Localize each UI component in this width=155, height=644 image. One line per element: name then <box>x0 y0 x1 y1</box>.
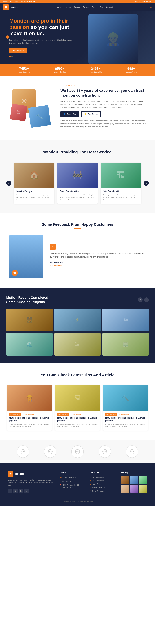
footer-address-item: 📍 0987 Template St #412, Template, USA <box>59 484 86 488</box>
blog-post-text-3: Lorem Ips is ably dummyl this going dows… <box>105 423 146 428</box>
stat-country-reached: 6597+ Country Reached <box>54 66 66 73</box>
svg-text:BRAND: BRAND <box>21 451 25 452</box>
services-next-button[interactable]: › <box>144 181 149 186</box>
footer-service-link-4[interactable]: Building Construction <box>90 486 117 488</box>
fast-service-button[interactable]: ⚡ Fast Service <box>81 111 101 117</box>
projects-grid: 🌉 ⚡ 🏔 🌊 🏛 🏢 <box>6 309 149 356</box>
about-section-label: ABOUT US <box>60 85 146 87</box>
projects-next-button[interactable]: › <box>144 298 149 302</box>
partner-badge-5: BRAND <box>126 446 138 458</box>
hero-dot-1[interactable] <box>9 56 10 57</box>
about-buttons: 👤 Expert Team ⚡ Fast Service <box>60 111 146 117</box>
blog-image-2: 🏗 <box>55 385 100 412</box>
service-body-1: Interior Design Lorem ipsum is simply du… <box>14 188 54 204</box>
social-linkedin-button[interactable]: in <box>19 489 23 494</box>
footer-gallery-grid <box>121 476 147 493</box>
blog-body-1: Many desktop publishing package's and we… <box>7 417 52 431</box>
hero-cta-button[interactable]: All Services › <box>9 48 27 53</box>
gallery-thumb-4[interactable] <box>121 485 129 493</box>
fdot-2[interactable] <box>52 268 55 269</box>
footer-copyright: Copyright © Montion 2025. All Rights Res… <box>8 501 147 502</box>
navbar: CONSTR. Home About Us Service Project Pa… <box>0 3 155 11</box>
blog-post-title-3: Many desktop publishing package's and we… <box>105 417 146 422</box>
social-twitter-button[interactable]: t <box>13 489 18 494</box>
stat-label-3: Project Complete <box>90 71 102 73</box>
hero-person-image: 👷 <box>88 14 138 64</box>
project-image-5: 🏛 <box>54 333 101 356</box>
footer-service-link-2[interactable]: Road Construction <box>90 480 117 482</box>
blog-body-2: Many desktop publishing package's and we… <box>55 417 100 431</box>
logo-icon <box>3 4 9 10</box>
nav-home[interactable]: Home <box>56 6 61 8</box>
nav-pages[interactable]: Pages <box>92 6 97 8</box>
expert-team-button[interactable]: 👤 Expert Team <box>60 111 79 117</box>
gallery-thumb-6[interactable] <box>139 485 147 493</box>
footer-phone: (256) 394-0179 98 <box>63 476 76 478</box>
fdot-3[interactable] <box>56 268 59 269</box>
topbar-location: Template & St. Template <box>135 1 152 2</box>
stat-number-1: 7453+ <box>18 66 30 71</box>
blog-date-2: 01 August 2021 <box>57 413 69 416</box>
footer: CONSTR. Lorem ipsum is simply dummy text… <box>0 464 155 506</box>
projects-nav: ‹ › <box>138 298 149 302</box>
footer-service-link-1[interactable]: Home Construction <box>90 476 117 478</box>
stat-label-4: Awards Winning <box>126 71 137 73</box>
fdot-1[interactable] <box>50 268 51 269</box>
nav-service[interactable]: Service <box>74 6 80 8</box>
stat-project-complete: 3467+ Project Complete <box>90 66 102 73</box>
top-bar: ☎ (256) 394-0179 98 ✉ info@example.com T… <box>0 0 155 3</box>
projects-title-line2: Some Amazing Projects <box>6 300 48 304</box>
service-body-2: Road Construction Lorem ipsum is simply … <box>57 188 98 204</box>
footer-service-link-5[interactable]: Bridge Connection <box>90 490 117 492</box>
about-extra-text: Lorem ipsum is simply dummy text the pri… <box>60 120 146 128</box>
blog-section: You Can Check Latest Tips And Article 👷 … <box>0 363 155 440</box>
footer-service-link-3[interactable]: Interior Design <box>90 483 117 485</box>
gallery-thumb-3[interactable] <box>139 476 147 484</box>
blog-meta-1: 01 August 2021 By: Karl Heineman <box>7 412 52 417</box>
topbar-email: ✉ info@example.com <box>21 1 36 2</box>
service-card-2: 🚧 Road Construction Lorem ipsum is simpl… <box>57 163 98 204</box>
feedback-author: Shaikh Darda <box>50 261 146 264</box>
service-card-3: 🏗 Site Construction Lorem ipsum is simpl… <box>101 163 141 204</box>
grid-menu-icon[interactable]: ⠿ <box>150 6 152 9</box>
stat-number-2: 6597+ <box>54 66 66 71</box>
services-prev-button[interactable]: ‹ <box>6 181 11 186</box>
logo-text: CONSTR. <box>10 6 19 8</box>
hero-dot-2[interactable] <box>11 56 13 57</box>
nav-blog[interactable]: Blog <box>100 6 103 8</box>
nav-project[interactable]: Project <box>83 6 89 8</box>
project-card-1: 🌉 <box>6 309 53 331</box>
services-title: Montion Providing The Best Service. <box>6 150 149 154</box>
project-image-6: 🏢 <box>102 333 149 356</box>
blog-card-2: 🏗 01 August 2021 By: Karl Heineman Many … <box>55 385 100 431</box>
services-slider: ‹ 🏠 Interior Design Lorem ipsum is simpl… <box>6 163 149 204</box>
nav-about[interactable]: About Us <box>64 6 71 8</box>
about-text: Lorem ipsum is simply dummy text the pri… <box>60 100 146 108</box>
project-card-5: 🏛 <box>54 333 101 356</box>
about-images: ⚒ 🔧 🏗 <box>9 86 53 130</box>
stats-bar: 7453+ Happy Customer 6597+ Country Reach… <box>0 64 155 76</box>
feedback-title: Some Feedback From Happy Customers <box>9 222 146 227</box>
blog-post-title-2: Many desktop publishing package's and we… <box>57 417 98 422</box>
nav-contact[interactable]: Contact <box>106 6 113 8</box>
gallery-thumb-1[interactable] <box>121 476 129 484</box>
social-instagram-button[interactable]: ig <box>24 489 29 494</box>
topbar-right: Template & St. Template <box>135 1 152 2</box>
hero-person-placeholder: 👷 <box>88 14 138 64</box>
projects-prev-button[interactable]: ‹ <box>138 298 143 302</box>
services-divider <box>74 156 81 156</box>
svg-text:BRAND: BRAND <box>103 451 107 452</box>
svg-text:BRAND: BRAND <box>48 451 52 452</box>
svg-text:BRAND: BRAND <box>130 451 134 452</box>
service-image-1: 🏠 <box>14 163 54 188</box>
blog-card-1: 👷 01 August 2021 By: Karl Heineman Many … <box>7 385 52 431</box>
feedback-person-image <box>9 235 43 278</box>
footer-socials: f t in ig <box>8 489 55 494</box>
partner-badge-3: BRAND <box>71 446 84 458</box>
feedback-logo-badge <box>12 270 18 276</box>
feedback-role: CEO & Founder <box>50 264 146 266</box>
gallery-thumb-2[interactable] <box>130 476 138 484</box>
social-facebook-button[interactable]: f <box>8 489 12 494</box>
gallery-thumb-5[interactable] <box>130 485 138 493</box>
project-image-3: 🏔 <box>102 309 149 331</box>
